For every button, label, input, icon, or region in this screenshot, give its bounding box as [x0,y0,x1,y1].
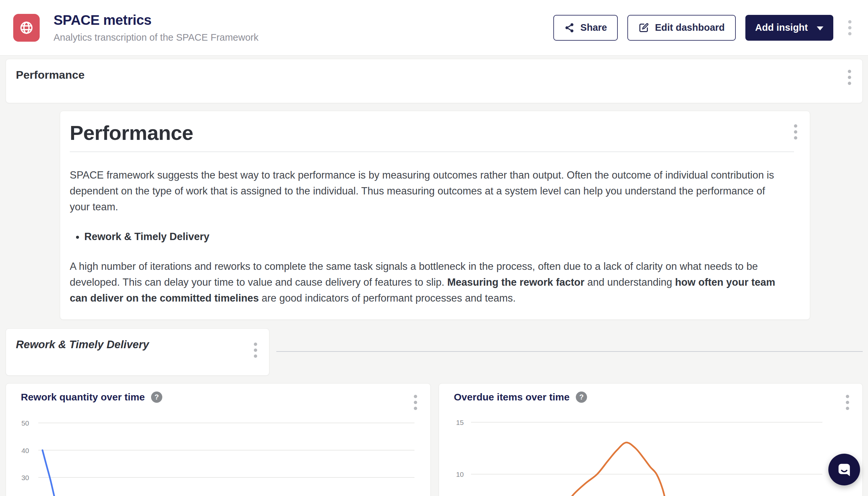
y-axis-tick-label: 50 [21,419,29,427]
text-card-more-options-button[interactable] [792,122,799,141]
y-axis-tick-label: 10 [456,470,464,478]
heading-divider [70,152,794,152]
pencil-square-icon [638,22,649,33]
chart-header: Overdue items over time ? [454,391,587,403]
rework-quantity-chart-card: 504030 Rework quantity over time ? [6,383,431,496]
overdue-items-chart-card: 1510 Overdue items over time ? [439,383,863,496]
y-axis-tick-label: 30 [21,474,29,481]
kebab-menu-icon [794,124,797,128]
overdue-trend-line [564,443,667,496]
section-title-card: Performance [6,59,863,103]
text-segment: are good indicators of performant proces… [259,292,516,304]
rework-trend-line [43,450,58,496]
header-titles: SPACE metrics Analytics transcription of… [53,13,258,43]
bold-text-segment: Measuring the rework factor [447,276,584,288]
subsection-title-card: Rework & Timely Delivery [6,328,269,376]
chat-launcher-button[interactable] [828,454,860,485]
dashboard-screen: SPACE metrics Analytics transcription of… [0,0,868,496]
section-card-more-options-button[interactable] [846,68,853,87]
kebab-menu-icon [848,20,851,24]
kebab-menu-icon [848,70,851,73]
subsection-title: Rework & Timely Delivery [16,338,259,351]
help-icon[interactable]: ? [576,391,587,403]
chart-more-options-button[interactable] [412,393,419,412]
help-icon[interactable]: ? [151,391,162,403]
chart-more-options-button[interactable] [844,393,851,412]
dashboard-header: SPACE metrics Analytics transcription of… [0,0,868,56]
share-button-label: Share [581,22,607,33]
share-button[interactable]: Share [553,15,618,41]
performance-text-card: Performance SPACE framework suggests the… [60,111,810,320]
text-segment: and understanding [584,276,675,288]
header-actions: Share Edit dashboard Add insight [553,15,853,41]
text-card-heading: Performance [70,121,794,144]
text-card-bullet-item: Rework & Timely Delivery [84,229,794,245]
y-axis-tick-label: 15 [456,419,464,426]
dashboard-more-options-button[interactable] [846,18,853,37]
page-title: SPACE metrics [53,13,258,28]
edit-dashboard-button-label: Edit dashboard [655,22,725,33]
chart-title: Rework quantity over time [21,391,145,403]
kebab-menu-icon [254,343,257,346]
app-logo[interactable] [13,14,40,42]
share-nodes-icon [564,22,575,33]
add-insight-button[interactable]: Add insight [745,15,833,41]
section-title: Performance [16,68,852,81]
page-subtitle: Analytics transcription of the SPACE Fra… [53,32,258,43]
globe-icon [19,20,34,35]
kebab-menu-icon [846,395,849,398]
chat-bubble-smile-icon [836,462,852,478]
text-card-bullet-list: Rework & Timely Delivery [70,229,794,245]
y-axis-tick-label: 40 [21,447,29,454]
kebab-menu-icon [414,395,417,398]
text-card-paragraph-1: SPACE framework suggests the best way to… [70,167,787,215]
chart-header: Rework quantity over time ? [21,391,162,403]
edit-dashboard-button[interactable]: Edit dashboard [627,15,736,41]
subsection-card-more-options-button[interactable] [252,341,259,360]
add-insight-button-label: Add insight [755,22,808,33]
subsection-divider-line [276,351,863,352]
chart-title: Overdue items over time [454,391,569,403]
text-card-paragraph-2: A high number of iterations and reworks … [70,259,787,306]
caret-down-icon [817,27,823,30]
